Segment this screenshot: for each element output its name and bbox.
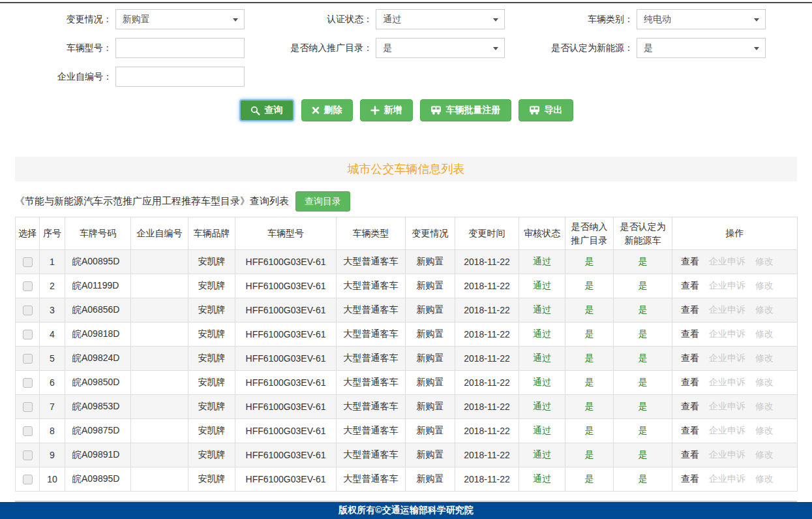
cell-brand: 安凯牌 xyxy=(188,274,235,298)
change-status-select[interactable]: 新购置 xyxy=(115,9,245,29)
cell-audit-status: 通过 xyxy=(519,395,565,419)
table-row: 3皖A06856D安凯牌HFF6100G03EV-61大型普通客车新购置2018… xyxy=(16,298,798,322)
cell-select xyxy=(16,298,40,322)
modify-link: 修改 xyxy=(755,280,774,291)
view-link[interactable]: 查看 xyxy=(681,256,699,266)
cell-change-status: 新购置 xyxy=(406,347,455,371)
cell-enterprise-code xyxy=(131,274,188,298)
cell-change-date: 2018-11-22 xyxy=(455,250,519,274)
row-select-checkbox[interactable] xyxy=(23,426,33,436)
cell-select xyxy=(16,443,40,467)
cell-vehicle-type: 大型普通客车 xyxy=(337,443,406,467)
filter-vehicle-model: 车辆型号： xyxy=(15,38,276,58)
cell-plate-number: 皖A09818D xyxy=(65,322,131,347)
column-header: 是否认定为 新能源车 xyxy=(614,217,672,250)
cell-vehicle-type: 大型普通客车 xyxy=(337,467,406,492)
add-button[interactable]: 新增 xyxy=(360,99,413,121)
cell-audit-status: 通过 xyxy=(519,443,565,467)
table-row: 1皖A00895D安凯牌HFF6100G03EV-61大型普通客车新购置2018… xyxy=(16,250,798,274)
vehicle-category-select[interactable]: 纯电动 xyxy=(637,9,766,29)
cell-in-catalog: 是 xyxy=(565,322,614,347)
cell-vehicle-type: 大型普通客车 xyxy=(337,371,406,395)
row-select-checkbox[interactable] xyxy=(23,475,33,484)
vehicle-model-input[interactable] xyxy=(115,38,245,58)
view-link[interactable]: 查看 xyxy=(681,401,699,411)
in-promo-catalog-select[interactable]: 是 xyxy=(376,38,505,58)
bus-icon xyxy=(529,106,540,115)
cell-change-date: 2018-11-22 xyxy=(455,419,519,443)
export-button[interactable]: 导出 xyxy=(519,99,573,121)
table-row: 10皖A09895D安凯牌HFF6100G03EV-61大型普通客车新购置201… xyxy=(16,467,798,492)
list-title-banner: 城市公交车辆信息列表 xyxy=(15,157,797,181)
enterprise-code-input[interactable] xyxy=(115,67,245,87)
row-select-checkbox[interactable] xyxy=(23,306,33,315)
chevron-down-icon xyxy=(493,47,498,50)
query-catalog-button[interactable]: 查询目录 xyxy=(295,191,350,212)
cell-in-catalog: 是 xyxy=(565,395,614,419)
view-link[interactable]: 查看 xyxy=(681,353,699,363)
cell-change-date: 2018-11-22 xyxy=(455,395,519,419)
cell-in-catalog: 是 xyxy=(565,443,614,467)
row-select-checkbox[interactable] xyxy=(23,330,33,339)
table-row: 7皖A09853D安凯牌HFF6100G03EV-61大型普通客车新购置2018… xyxy=(16,395,798,419)
filter-vehicle-category: 车辆类别： 纯电动 xyxy=(536,9,797,29)
row-select-checkbox[interactable] xyxy=(23,450,33,460)
cell-plate-number: 皖A09891D xyxy=(65,443,131,467)
row-select-checkbox[interactable] xyxy=(23,354,33,364)
cell-in-catalog: 是 xyxy=(565,250,614,274)
vehicle-model-label: 车辆型号： xyxy=(15,42,115,54)
batch-register-button[interactable]: 车辆批量注册 xyxy=(420,99,511,121)
column-header: 审核状态 xyxy=(519,217,565,250)
cell-plate-number: 皖A00895D xyxy=(65,250,131,274)
table-row: 6皖A09850D安凯牌HFF6100G03EV-61大型普通客车新购置2018… xyxy=(16,371,798,395)
cell-vehicle-type: 大型普通客车 xyxy=(337,250,406,274)
cell-enterprise-code xyxy=(131,419,188,443)
table-row: 8皖A09875D安凯牌HFF6100G03EV-61大型普通客车新购置2018… xyxy=(16,419,798,443)
column-header: 车辆型号 xyxy=(235,217,337,250)
cell-seq: 4 xyxy=(40,322,65,347)
view-link[interactable]: 查看 xyxy=(681,377,699,387)
cell-plate-number: 皖A09875D xyxy=(65,419,131,443)
cell-operations: 查看企业申诉修改 xyxy=(672,322,798,347)
cell-vehicle-type: 大型普通客车 xyxy=(337,298,406,322)
chevron-down-icon xyxy=(754,47,759,50)
cell-in-catalog: 是 xyxy=(565,347,614,371)
view-link[interactable]: 查看 xyxy=(681,473,699,484)
cell-change-date: 2018-11-22 xyxy=(455,322,519,347)
cell-seq: 9 xyxy=(40,443,65,467)
cell-change-status: 新购置 xyxy=(406,467,455,492)
change-status-value: 新购置 xyxy=(123,14,150,25)
view-link[interactable]: 查看 xyxy=(681,449,699,460)
view-link[interactable]: 查看 xyxy=(681,280,699,291)
column-header: 序号 xyxy=(40,217,65,250)
view-link[interactable]: 查看 xyxy=(681,425,699,435)
cell-brand: 安凯牌 xyxy=(188,322,235,347)
in-promo-catalog-value: 是 xyxy=(383,42,392,54)
cell-seq: 10 xyxy=(40,467,65,492)
cell-brand: 安凯牌 xyxy=(188,467,235,492)
cert-status-select[interactable]: 通过 xyxy=(376,9,505,29)
delete-button[interactable]: 删除 xyxy=(301,99,353,121)
row-select-checkbox[interactable] xyxy=(23,257,33,267)
cell-seq: 6 xyxy=(40,371,65,395)
modify-link: 修改 xyxy=(755,377,774,387)
cell-plate-number: 皖A09824D xyxy=(65,347,131,371)
row-select-checkbox[interactable] xyxy=(23,402,33,412)
cell-operations: 查看企业申诉修改 xyxy=(672,443,798,467)
view-link[interactable]: 查看 xyxy=(681,304,699,315)
cell-new-energy: 是 xyxy=(614,443,672,467)
view-link[interactable]: 查看 xyxy=(681,328,699,339)
column-header: 车辆类型 xyxy=(337,217,406,250)
appeal-link: 企业申诉 xyxy=(709,425,745,435)
cell-vehicle-type: 大型普通客车 xyxy=(337,274,406,298)
cell-seq: 1 xyxy=(40,250,65,274)
cell-select xyxy=(16,467,40,492)
cell-model: HFF6100G03EV-61 xyxy=(235,347,337,371)
is-new-energy-select[interactable]: 是 xyxy=(637,38,766,58)
row-select-checkbox[interactable] xyxy=(23,281,33,291)
query-button[interactable]: 查询 xyxy=(239,99,294,121)
vehicle-table: 选择序号车牌号码企业自编号车辆品牌车辆型号车辆类型变更情况变更时间审核状态是否纳… xyxy=(15,217,798,492)
vehicle-table-body: 1皖A00895D安凯牌HFF6100G03EV-61大型普通客车新购置2018… xyxy=(16,250,798,492)
cell-audit-status: 通过 xyxy=(519,467,565,492)
row-select-checkbox[interactable] xyxy=(23,378,33,388)
